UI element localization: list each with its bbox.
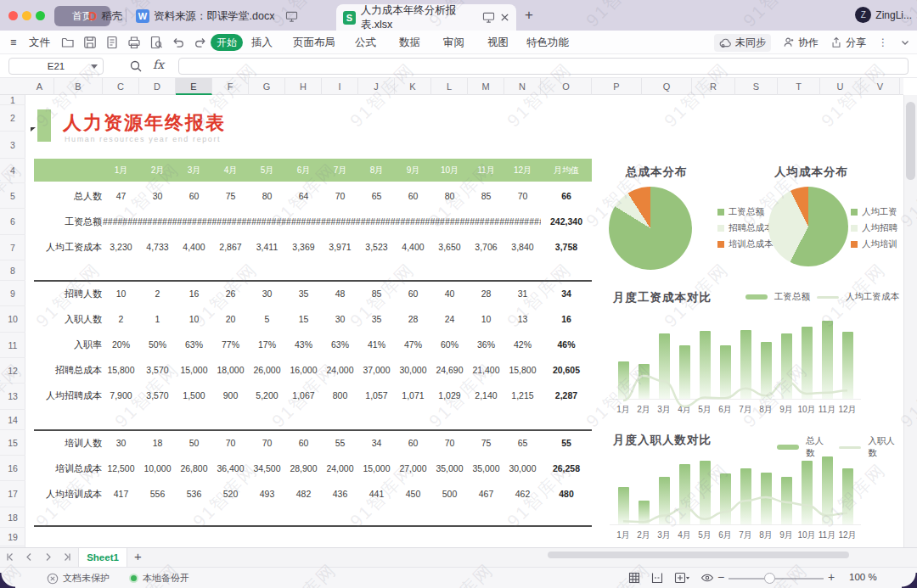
open-icon[interactable] <box>61 36 75 49</box>
column-header-O[interactable]: O <box>541 78 592 95</box>
column-header-D[interactable]: D <box>139 78 176 95</box>
ribbon-tab-5[interactable]: 数据 <box>399 31 420 54</box>
zoom-slider-track[interactable] <box>729 578 824 580</box>
row-header-4[interactable]: 4 <box>0 159 25 183</box>
horizontal-scrollbar-thumb[interactable] <box>548 552 849 558</box>
tab-spreadsheet-active[interactable]: S 人力成本年终分析报表.xlsx <box>336 4 516 31</box>
column-header-R[interactable]: R <box>692 78 735 95</box>
file-menu[interactable]: 文件 <box>29 31 50 54</box>
column-header-N[interactable]: N <box>504 78 541 95</box>
row-header-13[interactable]: 13 <box>0 384 25 410</box>
row-header-5[interactable]: 5 <box>0 183 25 209</box>
column-header-E[interactable]: E <box>176 78 212 95</box>
first-sheet-icon[interactable] <box>5 552 16 563</box>
column-header-S[interactable]: S <box>735 78 778 95</box>
row-header-10[interactable]: 10 <box>0 306 25 333</box>
zoom-in-icon[interactable]: + <box>828 570 835 584</box>
row-header-12[interactable]: 12 <box>0 358 25 384</box>
undo-icon[interactable] <box>172 36 185 49</box>
column-header-L[interactable]: L <box>431 78 468 95</box>
window-minimize-icon[interactable] <box>22 11 31 20</box>
row-header-2[interactable]: 2 <box>0 105 25 132</box>
last-sheet-icon[interactable] <box>61 552 72 563</box>
sync-status[interactable]: 未同步 <box>714 34 771 52</box>
ribbon-tab-6[interactable]: 审阅 <box>443 31 464 54</box>
more-menu-icon[interactable]: ⋮ <box>878 36 888 48</box>
row-header-16[interactable]: 16 <box>0 456 25 481</box>
vertical-scrollbar-thumb[interactable] <box>906 102 915 180</box>
row-header-7[interactable]: 7 <box>0 235 25 260</box>
search-icon[interactable] <box>129 59 143 73</box>
row-header-11[interactable]: 11 <box>0 333 25 358</box>
row-header-1[interactable]: 1 <box>0 95 25 105</box>
add-sheet-icon[interactable]: + <box>134 549 142 563</box>
column-header-C[interactable]: C <box>103 78 139 95</box>
column-header-G[interactable]: G <box>249 78 285 95</box>
close-tab-icon[interactable] <box>500 13 509 22</box>
row-header-8[interactable]: 8 <box>0 260 25 281</box>
column-header-Q[interactable]: Q <box>642 78 692 95</box>
row-headers[interactable]: 12345678910111213141516171819 <box>0 95 25 547</box>
hamburger-icon[interactable]: ≡ <box>10 31 16 54</box>
ribbon-tab-4[interactable]: 公式 <box>355 31 376 54</box>
ribbon-tab-1[interactable]: 开始 <box>211 34 243 51</box>
eye-protect-icon[interactable] <box>700 572 714 584</box>
collab-button[interactable]: 协作 <box>783 36 819 50</box>
redo-icon[interactable] <box>194 36 207 49</box>
column-header-I[interactable]: I <box>322 78 358 95</box>
ribbon-tab-2[interactable]: 插入 <box>251 31 273 54</box>
page-break-view-icon[interactable] <box>651 572 663 584</box>
column-headers[interactable]: ABCDEFGHIJKLMNOPQRSTUV <box>0 78 903 95</box>
column-header-T[interactable]: T <box>778 78 820 95</box>
row-header-9[interactable]: 9 <box>0 281 25 306</box>
sheet-tab-sheet1[interactable]: Sheet1 <box>78 548 127 567</box>
zoom-out-icon[interactable]: − <box>717 570 724 584</box>
column-header-U[interactable]: U <box>820 78 861 95</box>
monitor-icon[interactable] <box>482 12 495 23</box>
print-icon[interactable] <box>127 36 141 49</box>
window-close-icon[interactable] <box>8 11 18 20</box>
export-pdf-icon[interactable] <box>105 36 119 49</box>
sheet-canvas[interactable]: 人力资源年终报表 Human resources year end report… <box>25 95 903 547</box>
ribbon-tab-7[interactable]: 视图 <box>487 31 509 54</box>
row-header-18[interactable]: 18 <box>0 507 25 528</box>
column-header-K[interactable]: K <box>395 78 431 95</box>
column-header-V[interactable]: V <box>861 78 900 95</box>
ribbon-tab-8[interactable]: 特色功能 <box>526 31 569 54</box>
name-box-dropdown-icon[interactable] <box>91 64 98 69</box>
zoom-slider-handle[interactable] <box>764 573 775 584</box>
column-header-P[interactable]: P <box>592 78 642 95</box>
column-header-H[interactable]: H <box>285 78 322 95</box>
next-sheet-icon[interactable] <box>42 552 53 563</box>
new-tab-icon[interactable]: + <box>525 7 533 24</box>
backup-status[interactable]: 本地备份开 <box>129 568 189 588</box>
prev-sheet-icon[interactable] <box>24 552 35 563</box>
column-header-F[interactable]: F <box>212 78 249 95</box>
row-header-17[interactable]: 17 <box>0 481 25 507</box>
print-preview-icon[interactable] <box>149 36 163 49</box>
tab-document[interactable]: W 资料来源：即课学堂.docx <box>136 6 298 26</box>
row-header-6[interactable]: 6 <box>0 209 25 235</box>
collapse-ribbon-icon[interactable] <box>900 37 910 48</box>
user-account[interactable]: Z ZingLi... <box>855 7 912 23</box>
ribbon-tab-3[interactable]: 页面布局 <box>293 31 335 54</box>
fx-icon[interactable]: fx <box>153 58 164 71</box>
row-header-3[interactable]: 3 <box>0 132 25 159</box>
vertical-scrollbar[interactable] <box>903 95 917 547</box>
row-header-19[interactable]: 19 <box>0 528 25 546</box>
column-header-B[interactable]: B <box>54 78 103 95</box>
column-header-J[interactable]: J <box>358 78 395 95</box>
tab-docer[interactable]: D 稻壳 <box>88 6 122 26</box>
window-maximize-icon[interactable] <box>36 11 45 20</box>
monitor-icon[interactable] <box>285 11 298 22</box>
protect-status[interactable]: 文档未保护 <box>47 568 110 588</box>
row-header-14[interactable]: 14 <box>0 410 25 430</box>
normal-view-icon[interactable] <box>628 572 640 584</box>
formula-input[interactable] <box>178 58 909 75</box>
row-header-15[interactable]: 15 <box>0 430 25 456</box>
column-header-M[interactable]: M <box>468 78 504 95</box>
name-box[interactable]: E21 <box>8 58 104 75</box>
share-button[interactable]: 分享 <box>830 36 866 50</box>
column-header-A[interactable]: A <box>25 78 54 95</box>
save-icon[interactable] <box>83 36 97 49</box>
